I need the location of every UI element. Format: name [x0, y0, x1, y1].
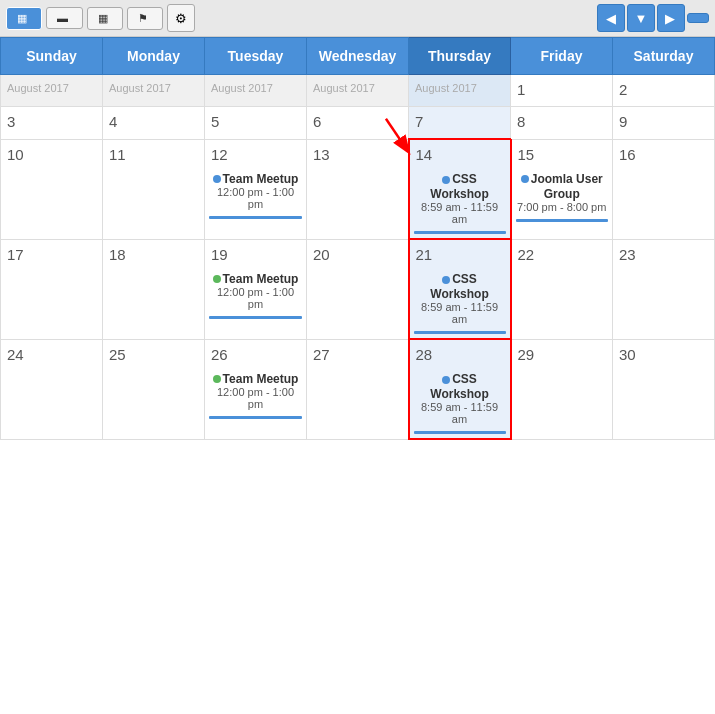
gear-button[interactable]: ⚙: [167, 4, 195, 32]
calendar-cell[interactable]: August 2017: [205, 75, 307, 107]
day-number: 10: [5, 144, 98, 167]
week-button[interactable]: ▦: [87, 7, 123, 30]
calendar-cell[interactable]: 29: [511, 339, 613, 439]
day-number: 23: [617, 244, 710, 267]
calendar-row: August 2017August 2017August 2017August …: [1, 75, 715, 107]
day-number: 12: [209, 144, 302, 167]
day-number: 9: [617, 111, 710, 134]
calendar-cell[interactable]: 19Team Meetup12:00 pm - 1:00 pm: [205, 239, 307, 339]
day-number: August 2017: [5, 79, 98, 98]
calendar-cell[interactable]: 18: [103, 239, 205, 339]
event-title: CSS Workshop: [430, 172, 488, 201]
day-number: 24: [5, 344, 98, 367]
event[interactable]: Team Meetup12:00 pm - 1:00 pm: [209, 171, 302, 219]
calendar-cell[interactable]: 24: [1, 339, 103, 439]
event-bar: [414, 331, 506, 334]
header-saturday: Saturday: [613, 38, 715, 75]
calendar-cell[interactable]: 22: [511, 239, 613, 339]
event-dot: [442, 376, 450, 384]
current-month-label: [687, 13, 709, 23]
event[interactable]: CSS Workshop8:59 am - 11:59 am: [414, 271, 506, 334]
day-number: 22: [516, 244, 609, 267]
event-title: Team Meetup: [223, 272, 299, 286]
calendar-cell[interactable]: 26Team Meetup12:00 pm - 1:00 pm: [205, 339, 307, 439]
gear-icon: ⚙: [175, 11, 187, 26]
event[interactable]: CSS Workshop8:59 am - 11:59 am: [414, 371, 506, 434]
calendar-cell[interactable]: 1: [511, 75, 613, 107]
event-dot: [213, 375, 221, 383]
flat-icon: ▬: [57, 12, 68, 24]
event-dot: [442, 176, 450, 184]
toolbar: ▦ ▬ ▦ ⚑ ⚙ ◀ ▼ ▶: [0, 0, 715, 37]
event-title: Team Meetup: [223, 172, 299, 186]
day-number: August 2017: [209, 79, 302, 98]
calendar-row: 171819Team Meetup12:00 pm - 1:00 pm2021C…: [1, 239, 715, 339]
event-dot: [213, 175, 221, 183]
calendar-cell[interactable]: 3: [1, 107, 103, 140]
nav-down-button[interactable]: ▼: [627, 4, 655, 32]
calendar-cell[interactable]: August 2017: [1, 75, 103, 107]
calendar-cell[interactable]: 23: [613, 239, 715, 339]
day-button[interactable]: ⚑: [127, 7, 163, 30]
calendar-cell[interactable]: 30: [613, 339, 715, 439]
calendar-cell[interactable]: 12Team Meetup12:00 pm - 1:00 pm: [205, 139, 307, 239]
day-number: 5: [209, 111, 302, 134]
event-time: 12:00 pm - 1:00 pm: [209, 186, 302, 210]
event-time: 8:59 am - 11:59 am: [414, 401, 506, 425]
flat-button[interactable]: ▬: [46, 7, 83, 29]
calendar-cell[interactable]: 10: [1, 139, 103, 239]
calendar-cell[interactable]: 14 CSS Workshop8:59 am - 11:59 am: [409, 139, 511, 239]
event[interactable]: Joomla User Group7:00 pm - 8:00 pm: [516, 171, 609, 222]
day-number: August 2017: [413, 79, 506, 98]
day-number: August 2017: [311, 79, 404, 98]
month-icon: ▦: [17, 12, 27, 25]
calendar-cell[interactable]: 25: [103, 339, 205, 439]
nav-prev-button[interactable]: ◀: [597, 4, 625, 32]
calendar-cell[interactable]: 4: [103, 107, 205, 140]
event[interactable]: Team Meetup12:00 pm - 1:00 pm: [209, 271, 302, 319]
calendar-cell[interactable]: 15Joomla User Group7:00 pm - 8:00 pm: [511, 139, 613, 239]
day-number: 20: [311, 244, 404, 267]
day-number: 14: [414, 144, 506, 167]
calendar-cell[interactable]: 27: [307, 339, 409, 439]
event[interactable]: Team Meetup12:00 pm - 1:00 pm: [209, 371, 302, 419]
nav-next-button[interactable]: ▶: [657, 4, 685, 32]
calendar-cell[interactable]: 2: [613, 75, 715, 107]
calendar-cell[interactable]: 7: [409, 107, 511, 140]
calendar-cell[interactable]: 20: [307, 239, 409, 339]
header-wednesday: Wednesday: [307, 38, 409, 75]
calendar-cell[interactable]: 11: [103, 139, 205, 239]
event-title: Team Meetup: [223, 372, 299, 386]
day-number: 28: [414, 344, 506, 367]
event-time: 8:59 am - 11:59 am: [414, 301, 506, 325]
event-dot: [521, 175, 529, 183]
calendar-cell[interactable]: 6: [307, 107, 409, 140]
event-bar: [209, 416, 302, 419]
month-button[interactable]: ▦: [6, 7, 42, 30]
calendar-cell[interactable]: August 2017: [307, 75, 409, 107]
calendar-cell[interactable]: August 2017: [103, 75, 205, 107]
calendar-cell[interactable]: 5: [205, 107, 307, 140]
event-bar: [414, 231, 506, 234]
calendar-cell[interactable]: 28CSS Workshop8:59 am - 11:59 am: [409, 339, 511, 439]
calendar-cell[interactable]: 9: [613, 107, 715, 140]
event-bar: [516, 219, 609, 222]
day-number: 7: [413, 111, 506, 134]
header-monday: Monday: [103, 38, 205, 75]
event[interactable]: CSS Workshop8:59 am - 11:59 am: [414, 171, 506, 234]
event-bar: [414, 431, 506, 434]
calendar-cell[interactable]: 17: [1, 239, 103, 339]
calendar-cell[interactable]: 13: [307, 139, 409, 239]
day-number: 17: [5, 244, 98, 267]
calendar-row: 101112Team Meetup12:00 pm - 1:00 pm1314 …: [1, 139, 715, 239]
day-number: August 2017: [107, 79, 200, 98]
event-time: 8:59 am - 11:59 am: [414, 201, 506, 225]
event-title: CSS Workshop: [430, 372, 488, 401]
event-title: Joomla User Group: [531, 172, 603, 201]
day-number: 26: [209, 344, 302, 367]
calendar-cell[interactable]: August 2017: [409, 75, 511, 107]
calendar-cell[interactable]: 21CSS Workshop8:59 am - 11:59 am: [409, 239, 511, 339]
calendar-cell[interactable]: 8: [511, 107, 613, 140]
calendar-cell[interactable]: 16: [613, 139, 715, 239]
day-number: 8: [515, 111, 608, 134]
